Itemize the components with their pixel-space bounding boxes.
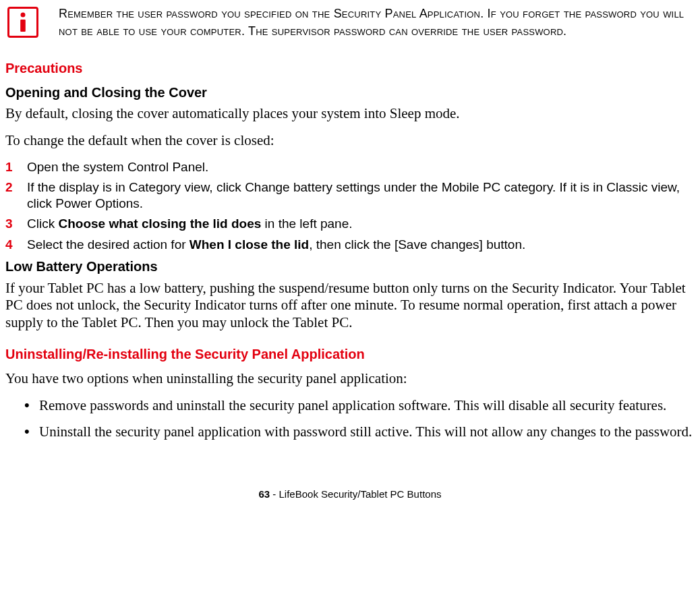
info-note: Remember the user password you specified… [5,5,695,40]
page-number: 63 [259,488,270,500]
list-item: 4 Select the desired action for When I c… [5,237,695,253]
info-icon [7,7,38,38]
heading-uninstall: Uninstalling/Re-installing the Security … [5,346,695,363]
list-item: Uninstall the security panel application… [24,424,695,440]
info-note-text: Remember the user password you specified… [59,5,695,40]
svg-rect-1 [20,20,26,32]
step-number: 1 [5,159,19,175]
svg-point-0 [21,13,26,18]
bullet-list: Remove passwords and uninstall the secur… [5,397,695,440]
footer-text: - LifeBook Security/Tablet PC Buttons [270,488,441,500]
subheading-low-battery: Low Battery Operations [5,258,695,276]
step-number: 2 [5,179,19,196]
step-text: Open the system Control Panel. [27,159,695,175]
step-text: Click Choose what closing the lid does i… [27,216,695,232]
list-item: 3 Click Choose what closing the lid does… [5,216,695,232]
step-text: If the display is in Category view, clic… [27,179,695,212]
paragraph: If your Tablet PC has a low battery, pus… [5,280,695,332]
list-item: 1 Open the system Control Panel. [5,159,695,175]
list-item: 2 If the display is in Category view, cl… [5,179,695,212]
paragraph: By default, closing the cover automatica… [5,105,695,123]
step-number: 3 [5,216,19,232]
list-item: Remove passwords and uninstall the secur… [24,397,695,414]
paragraph: To change the default when the cover is … [5,132,695,150]
subheading-open-close: Opening and Closing the Cover [5,84,695,102]
step-text: Select the desired action for When I clo… [27,237,695,253]
page-footer: 63 - LifeBook Security/Tablet PC Buttons [5,488,695,500]
step-number: 4 [5,237,19,253]
paragraph: You have two options when uninstalling t… [5,370,695,388]
heading-precautions: Precautions [5,60,695,78]
numbered-steps: 1 Open the system Control Panel. 2 If th… [5,159,695,254]
